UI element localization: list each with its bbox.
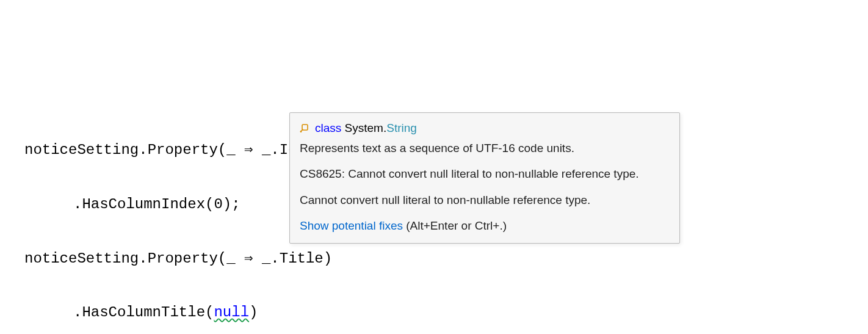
- tooltip-shortcut-hint: (Alt+Enter or Ctrl+.): [403, 219, 507, 232]
- null-keyword-warning[interactable]: null: [214, 304, 249, 321]
- quickinfo-tooltip: class System.String Represents text as a…: [289, 112, 680, 244]
- tooltip-keyword: class: [315, 122, 341, 134]
- code-line: noticeSetting.Property(_ ⇒ _.Title): [0, 245, 868, 272]
- tooltip-error-code: CS8625: Cannot convert null literal to n…: [300, 166, 670, 183]
- show-fixes-link[interactable]: Show potential fixes: [300, 219, 403, 232]
- tooltip-typename: String: [386, 122, 417, 134]
- code-line: .HasColumnTitle(null): [0, 299, 868, 326]
- svg-point-3: [300, 131, 302, 133]
- class-icon: [300, 123, 311, 134]
- tooltip-fix-row: Show potential fixes (Alt+Enter or Ctrl+…: [300, 218, 670, 234]
- tooltip-header: class System.String: [300, 120, 670, 137]
- tooltip-error-message: Cannot convert null literal to non-nulla…: [300, 192, 670, 209]
- tooltip-namespace: System.: [345, 122, 387, 134]
- tooltip-description: Represents text as a sequence of UTF-16 …: [300, 140, 670, 157]
